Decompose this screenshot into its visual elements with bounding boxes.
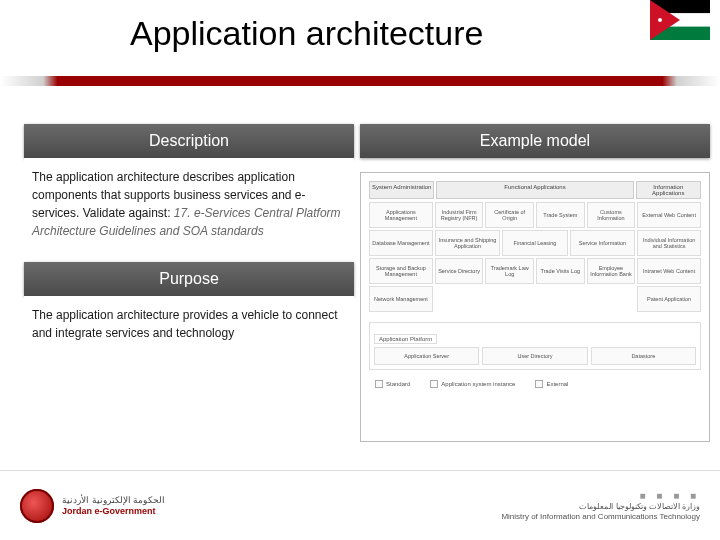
legend-item: External [546,381,568,387]
legend-item: Application system instance [441,381,515,387]
cell: Patent Application [637,286,701,312]
purpose-body: The application architecture provides a … [24,296,354,352]
footer-right-ar: وزارة الاتصالات وتكنولوجيا المعلومات [501,502,700,512]
platform-block: Application Platform Application Server … [369,322,701,370]
cell: Network Management [369,286,433,312]
cell: Service Directory [435,258,484,284]
footer-logo-left: الحكومة الإلكترونية الأردنية Jordan e-Go… [20,489,165,523]
cell: External Web Content [637,202,701,228]
legend-item: Standard [386,381,410,387]
left-column: Description The application architecture… [24,124,354,352]
colhdr: System Administration [369,181,434,199]
cell: Employee Information Bank [587,258,636,284]
cell: Certificate of Origin [485,202,534,228]
right-column: Example model System Administration Func… [360,124,710,442]
description-header: Description [24,124,354,158]
legend: Standard Application system instance Ext… [369,380,701,388]
page-title: Application architecture [130,14,483,53]
colhdr: Functional Applications [436,181,633,199]
cell: Trademark Law Log [485,258,534,284]
colhdr: Information Applications [636,181,701,199]
footer: الحكومة الإلكترونية الأردنية Jordan e-Go… [0,470,720,540]
cell: Service Information [570,230,635,256]
purpose-header: Purpose [24,262,354,296]
svg-point-4 [658,18,662,22]
rose-icon [20,489,54,523]
cell: Industrial Firm Registry (NFR) [435,202,484,228]
example-header: Example model [360,124,710,158]
divider [0,76,720,86]
cell: Storage and Backup Management [369,258,433,284]
cell: Database Management [369,230,433,256]
footer-right-en: Ministry of Information and Communicatio… [501,512,700,522]
cell: User Directory [482,347,587,365]
cell: Datastore [591,347,696,365]
cell: Applications Management [369,202,433,228]
cell: Customs Information [587,202,636,228]
cell: Trade System [536,202,585,228]
cell: Insurance and Shipping Application [435,230,500,256]
description-body: The application architecture describes a… [24,158,354,250]
platform-header: Application Platform [374,334,437,344]
footer-logo-right: ■ ■ ■ ■ وزارة الاتصالات وتكنولوجيا المعل… [501,489,700,523]
footer-left-en: Jordan e-Government [62,506,165,517]
cell: Intranet Web Content [637,258,701,284]
cell: Application Server [374,347,479,365]
footer-left-ar: الحكومة الإلكترونية الأردنية [62,495,165,506]
jordan-flag-icon [650,0,710,40]
cell: Trade Visits Log [536,258,585,284]
cell: Financial Leasing [502,230,567,256]
dots-icon: ■ ■ ■ ■ [501,489,700,502]
cell: Individual Information and Statistics [637,230,701,256]
example-diagram: System Administration Functional Applica… [360,172,710,442]
